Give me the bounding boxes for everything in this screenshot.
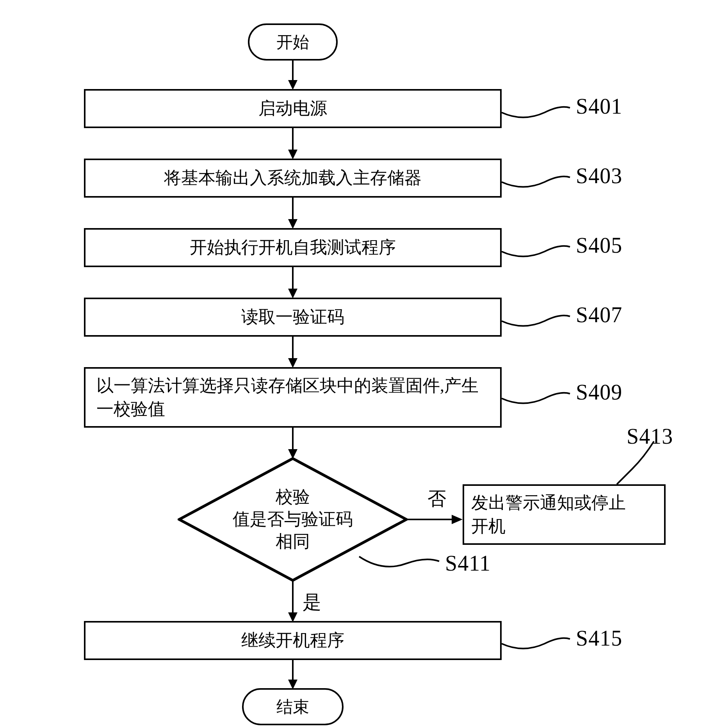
branch-no: 否: [427, 486, 446, 511]
arrow-s411-yes: [287, 581, 298, 622]
process-s405: 开始执行开机自我测试程序: [84, 228, 502, 267]
label-s409: S409: [576, 380, 622, 405]
process-s401: 启动电源: [84, 89, 502, 128]
process-s403: 将基本输出入系统加载入主存储器: [84, 159, 502, 198]
process-s415: 继续开机程序: [84, 621, 502, 660]
process-s415-text: 继续开机程序: [241, 629, 344, 652]
arrow-s409-s411: [287, 428, 298, 459]
svg-marker-3: [288, 150, 297, 159]
label-s403: S403: [576, 163, 622, 188]
arrow-s401-s403: [287, 128, 298, 159]
flowchart-diagram: 开始 启动电源 S401 将基本输出入系统加载入主存储器 S403 开始执行开机…: [0, 0, 723, 728]
label-s411: S411: [445, 551, 491, 576]
terminator-end: 结束: [242, 688, 344, 725]
terminator-start: 开始: [248, 23, 338, 61]
process-s405-text: 开始执行开机自我测试程序: [190, 236, 396, 259]
svg-marker-14: [452, 515, 463, 524]
svg-marker-7: [288, 289, 297, 298]
leader-s409: [502, 387, 570, 406]
terminator-start-label: 开始: [276, 31, 309, 53]
svg-marker-1: [288, 80, 297, 90]
decision-line3: 相同: [233, 531, 353, 553]
arrow-s415-end: [287, 660, 298, 689]
process-s409-text: 以一算法计算选择只读存储区块中的装置固件,产生一校验值: [96, 374, 489, 421]
decision-s411-text: 校验 值是否与验证码 相同: [233, 486, 353, 553]
branch-yes: 是: [303, 590, 321, 615]
decision-line2: 值是否与验证码: [233, 508, 353, 530]
arrow-s407-s409: [287, 337, 298, 368]
label-s401: S401: [576, 94, 622, 119]
arrow-s411-no: [408, 514, 463, 525]
arrow-s403-s405: [287, 198, 298, 229]
process-s407: 读取一验证码: [84, 298, 502, 337]
leader-s401: [502, 101, 570, 120]
terminator-end-label: 结束: [276, 696, 309, 718]
process-s407-text: 读取一验证码: [241, 305, 344, 328]
label-s407: S407: [576, 302, 622, 327]
s413-line2: 开机: [471, 515, 626, 538]
process-s413-text: 发出警示通知或停止 开机: [471, 491, 626, 538]
process-s413: 发出警示通知或停止 开机: [463, 484, 666, 545]
leader-s407: [502, 309, 570, 329]
svg-marker-9: [288, 358, 297, 368]
leader-s411: [359, 553, 439, 574]
arrow-s405-s407: [287, 267, 298, 298]
arrow-start-s401: [287, 61, 298, 90]
leader-s413: [617, 441, 664, 484]
label-s405: S405: [576, 233, 622, 258]
leader-s405: [502, 240, 570, 259]
leader-s403: [502, 170, 570, 190]
process-s401-text: 启动电源: [258, 97, 327, 120]
process-s409: 以一算法计算选择只读存储区块中的装置固件,产生一校验值: [84, 367, 502, 428]
label-s415: S415: [576, 626, 622, 651]
s413-line1: 发出警示通知或停止: [471, 491, 626, 514]
svg-marker-5: [288, 219, 297, 229]
leader-s415: [502, 632, 570, 651]
process-s403-text: 将基本输出入系统加载入主存储器: [164, 166, 422, 189]
decision-line1: 校验: [233, 486, 353, 508]
